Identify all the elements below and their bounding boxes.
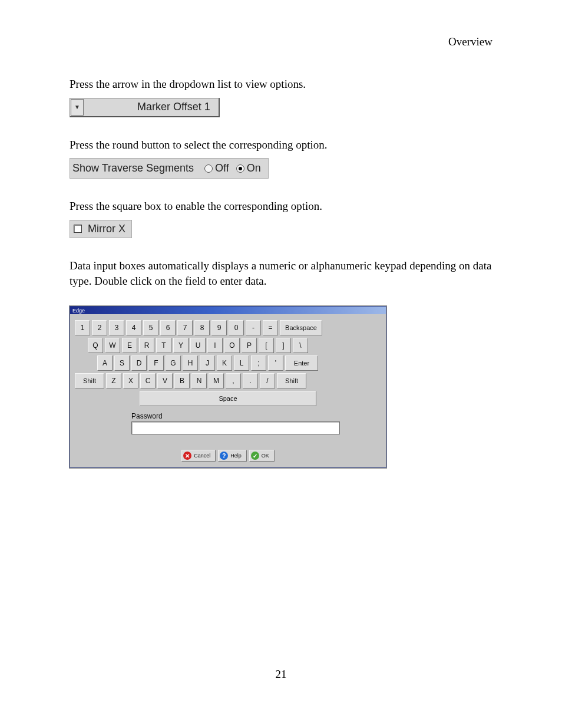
key-shift[interactable]: Shift bbox=[277, 373, 306, 388]
key-n[interactable]: N bbox=[191, 373, 207, 388]
key-shift[interactable]: Shift bbox=[75, 373, 104, 388]
key-a[interactable]: A bbox=[97, 355, 113, 371]
page-header: Overview bbox=[70, 35, 492, 48]
para-keypad: Data input boxes automatically displays … bbox=[70, 258, 492, 288]
key-r[interactable]: R bbox=[139, 338, 154, 353]
key-u[interactable]: U bbox=[190, 338, 206, 353]
key-2[interactable]: 2 bbox=[92, 320, 107, 335]
key-[interactable]: - bbox=[246, 320, 261, 335]
key-t[interactable]: T bbox=[156, 338, 171, 353]
key-z[interactable]: Z bbox=[106, 373, 121, 388]
radio-group-label: Show Traverse Segments bbox=[72, 162, 194, 174]
key-3[interactable]: 3 bbox=[109, 320, 124, 335]
key-o[interactable]: O bbox=[224, 338, 240, 353]
key-[interactable]: . bbox=[243, 373, 258, 388]
key-space[interactable]: Space bbox=[140, 391, 316, 406]
para-dropdown: Press the arrow in the dropdown list to … bbox=[70, 77, 492, 92]
cancel-label: Cancel bbox=[194, 453, 210, 459]
key-f[interactable]: F bbox=[148, 355, 164, 371]
key-1[interactable]: 1 bbox=[75, 320, 90, 335]
radio-on[interactable] bbox=[236, 164, 244, 173]
key-[interactable]: , bbox=[226, 373, 241, 388]
key-[interactable]: ; bbox=[251, 355, 266, 371]
key-m[interactable]: M bbox=[209, 373, 224, 388]
key-c[interactable]: C bbox=[140, 373, 156, 388]
key-6[interactable]: 6 bbox=[160, 320, 176, 335]
dropdown-marker-offset[interactable]: ▼ Marker Offset 1 bbox=[70, 98, 220, 117]
key-enter[interactable]: Enter bbox=[285, 355, 318, 371]
key-8[interactable]: 8 bbox=[194, 320, 210, 335]
keyboard-rows: 1234567890-=Backspace QWERTYUIOP[]\ ASDF… bbox=[75, 320, 381, 406]
checkbox-label: Mirror X bbox=[88, 223, 125, 235]
para-radio: Press the round button to select the cor… bbox=[70, 137, 492, 153]
key-k[interactable]: K bbox=[217, 355, 232, 371]
key-v[interactable]: V bbox=[157, 373, 173, 388]
password-input[interactable] bbox=[131, 421, 340, 434]
ok-button[interactable]: ✓ OK bbox=[249, 450, 275, 462]
key-g[interactable]: G bbox=[166, 355, 181, 371]
key-4[interactable]: 4 bbox=[126, 320, 141, 335]
help-icon: ? bbox=[220, 452, 228, 460]
key-l[interactable]: L bbox=[234, 355, 249, 371]
dropdown-label: Marker Offset 1 bbox=[84, 98, 219, 116]
key-x[interactable]: X bbox=[123, 373, 138, 388]
key-[interactable]: \ bbox=[293, 338, 308, 353]
key-backspace[interactable]: Backspace bbox=[280, 320, 322, 335]
chevron-down-icon[interactable]: ▼ bbox=[71, 99, 84, 116]
key-7[interactable]: 7 bbox=[177, 320, 193, 335]
key-[interactable]: ' bbox=[268, 355, 283, 371]
key-0[interactable]: 0 bbox=[229, 320, 244, 335]
key-i[interactable]: I bbox=[207, 338, 223, 353]
cancel-button[interactable]: ✕ Cancel bbox=[181, 450, 216, 462]
help-label: Help bbox=[230, 453, 242, 459]
key-b[interactable]: B bbox=[174, 373, 190, 388]
key-d[interactable]: D bbox=[131, 355, 147, 371]
key-9[interactable]: 9 bbox=[211, 320, 227, 335]
kb-row-2: QWERTYUIOP[]\ bbox=[75, 338, 381, 353]
help-button[interactable]: ? Help bbox=[218, 450, 247, 462]
key-w[interactable]: W bbox=[105, 338, 120, 353]
key-[interactable]: / bbox=[260, 373, 275, 388]
radio-off-label: Off bbox=[215, 162, 229, 174]
checkbox-mirror-x-row: Mirror X bbox=[70, 220, 132, 238]
key-[interactable]: = bbox=[263, 320, 278, 335]
cancel-icon: ✕ bbox=[183, 452, 191, 460]
checkbox-mirror-x[interactable] bbox=[74, 225, 82, 233]
page-number: 21 bbox=[0, 668, 562, 681]
key-h[interactable]: H bbox=[183, 355, 198, 371]
kb-row-3: ASDFGHJKL;'Enter bbox=[75, 355, 381, 371]
radio-group-show-traverse: Show Traverse Segments Off On bbox=[70, 158, 269, 179]
key-[interactable]: [ bbox=[259, 338, 274, 353]
key-q[interactable]: Q bbox=[88, 338, 103, 353]
key-s[interactable]: S bbox=[114, 355, 130, 371]
kb-row-space: Space bbox=[75, 391, 381, 406]
para-checkbox: Press the square box to enable the corre… bbox=[70, 199, 492, 214]
kb-row-1: 1234567890-=Backspace bbox=[75, 320, 381, 335]
key-p[interactable]: P bbox=[242, 338, 257, 353]
key-e[interactable]: E bbox=[122, 338, 137, 353]
radio-off[interactable] bbox=[204, 164, 213, 173]
keyboard-window: Edge 1234567890-=Backspace QWERTYUIOP[]\… bbox=[70, 306, 386, 468]
ok-icon: ✓ bbox=[251, 452, 259, 460]
key-y[interactable]: Y bbox=[173, 338, 189, 353]
window-title: Edge bbox=[70, 307, 386, 314]
radio-on-label: On bbox=[247, 162, 261, 174]
key-j[interactable]: J bbox=[200, 355, 215, 371]
key-[interactable]: ] bbox=[276, 338, 291, 353]
key-5[interactable]: 5 bbox=[143, 320, 158, 335]
password-label: Password bbox=[131, 412, 163, 420]
kb-row-4: ShiftZXCVBNM,./Shift bbox=[75, 373, 381, 388]
ok-label: OK bbox=[262, 453, 269, 459]
